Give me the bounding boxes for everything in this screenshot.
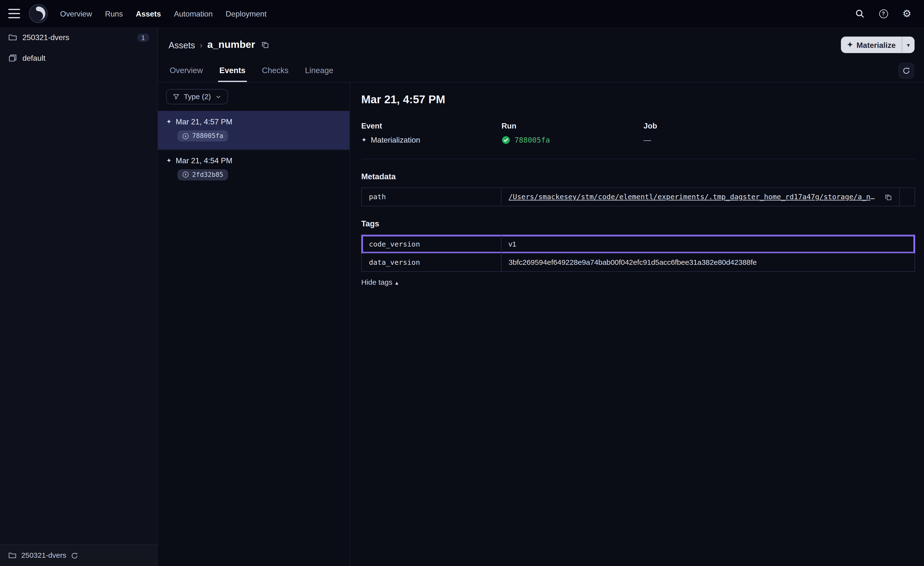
main-content: Assets › a_number ✦ Materialize ▾ <box>158 27 924 566</box>
sidebar-item-label: default <box>22 54 45 62</box>
copy-path-icon[interactable] <box>884 193 892 201</box>
metadata-heading: Metadata <box>361 172 915 181</box>
tags-heading: Tags <box>361 219 915 228</box>
tab-lineage[interactable]: Lineage <box>304 66 334 82</box>
materialize-dropdown-icon[interactable]: ▾ <box>902 36 915 53</box>
asset-tabs: Overview Events Checks Lineage <box>158 62 924 83</box>
job-label: Job <box>644 122 915 130</box>
nav-runs[interactable]: Runs <box>105 9 123 18</box>
event-timestamp-row: ✦ Mar 21, 4:57 PM <box>166 117 341 126</box>
asset-group-icon <box>8 54 17 62</box>
tag-value-text: v1 <box>508 240 516 248</box>
help-glyph: ? <box>879 9 888 18</box>
nav-automation[interactable]: Automation <box>174 9 213 18</box>
tag-value: 3bfc269594ef649228e9a74bab00f042efc91d5a… <box>502 254 915 271</box>
materialization-icon: ✦ <box>166 157 171 164</box>
materialize-sparkle-icon: ✦ <box>847 41 853 49</box>
folder-icon <box>8 551 16 560</box>
tab-events[interactable]: Events <box>218 66 247 82</box>
gear-icon[interactable]: ⚙ <box>900 7 914 20</box>
event-list-item[interactable]: ✦ Mar 21, 4:57 PM 788005fa <box>158 111 350 149</box>
run-status-icon <box>182 171 189 178</box>
dagster-logo-icon[interactable] <box>28 4 48 24</box>
sidebar-item-default-group[interactable]: default <box>0 48 158 69</box>
sidebar-item-label: 250321-dvers <box>22 33 69 42</box>
sidebar-spacer <box>0 69 158 544</box>
materialize-button-main: ✦ Materialize <box>841 36 902 53</box>
run-status-icon <box>182 132 189 139</box>
tag-key: data_version <box>362 254 501 271</box>
app-root: Overview Runs Assets Automation Deployme… <box>0 0 924 566</box>
run-value: 788005fa <box>502 135 644 144</box>
tag-key: code_version <box>362 235 501 253</box>
copy-asset-name-icon[interactable] <box>261 41 269 49</box>
nav-overview[interactable]: Overview <box>60 9 92 18</box>
breadcrumb-assets-link[interactable]: Assets <box>168 40 195 50</box>
breadcrumb: Assets › a_number <box>168 39 269 51</box>
filter-row: Type (2) <box>158 83 350 111</box>
nav-deployment[interactable]: Deployment <box>226 9 267 18</box>
nav-assets[interactable]: Assets <box>136 9 161 18</box>
caret-up-icon: ▴ <box>395 279 398 286</box>
hide-tags-link[interactable]: Hide tags ▴ <box>361 278 398 287</box>
sidebar: 250321-dvers 1 default 250321-dvers <box>0 27 158 566</box>
path-link[interactable]: /Users/smackesey/stm/code/elementl/exper… <box>508 193 879 201</box>
gear-glyph: ⚙ <box>902 9 911 18</box>
metadata-key: path <box>362 188 501 206</box>
sidebar-footer-code-location[interactable]: 250321-dvers <box>0 544 158 566</box>
tag-row-data-version: data_version 3bfc269594ef649228e9a74bab0… <box>362 253 915 271</box>
top-nav: Overview Runs Assets Automation Deployme… <box>0 0 924 27</box>
materialization-icon: ✦ <box>166 119 171 125</box>
event-label: Event <box>361 122 502 130</box>
type-filter-button[interactable]: Type (2) <box>166 89 228 104</box>
folder-icon <box>8 33 17 42</box>
run-id-text: 788005fa <box>192 132 224 140</box>
materialize-button-label: Materialize <box>856 40 896 49</box>
event-type-text: Materialization <box>371 135 420 144</box>
metadata-table: path /Users/smackesey/stm/code/elementl/… <box>361 188 915 206</box>
page-header: Assets › a_number ✦ Materialize ▾ <box>158 27 924 53</box>
count-badge: 1 <box>137 33 149 42</box>
tab-overview[interactable]: Overview <box>168 66 204 82</box>
success-check-icon <box>502 135 510 144</box>
materialization-icon: ✦ <box>361 137 367 143</box>
materialize-button[interactable]: ✦ Materialize ▾ <box>841 36 915 53</box>
hide-tags-label: Hide tags <box>361 278 392 287</box>
filter-icon <box>172 93 180 100</box>
chevron-down-icon <box>215 93 222 100</box>
sidebar-footer-label: 250321-dvers <box>21 551 66 560</box>
metadata-value: /Users/smackesey/stm/code/elementl/exper… <box>502 188 899 206</box>
main-nav: Overview Runs Assets Automation Deployme… <box>60 9 267 18</box>
event-run-row: 2fd32b85 <box>177 169 341 180</box>
run-id-text: 2fd32b85 <box>192 171 224 179</box>
job-column: Job — <box>644 122 915 145</box>
event-info-grid: Event ✦ Materialization Run 788005fa <box>361 122 915 145</box>
event-timestamp: Mar 21, 4:54 PM <box>176 156 232 165</box>
event-value: ✦ Materialization <box>361 135 502 144</box>
menu-icon[interactable] <box>8 9 20 18</box>
tag-row-code-version: code_version v1 <box>362 235 915 253</box>
events-list-panel: Type (2) ✦ Mar 21, 4:57 PM <box>158 83 350 566</box>
event-detail-panel: Mar 21, 4:57 PM Event ✦ Materialization … <box>350 83 924 566</box>
tags-table: code_version v1 data_version 3bfc269594e… <box>361 235 915 272</box>
page-title: a_number <box>207 39 255 51</box>
run-id-link[interactable]: 788005fa <box>514 135 550 144</box>
job-value: — <box>644 135 651 144</box>
type-filter-label: Type (2) <box>184 93 211 101</box>
tab-checks[interactable]: Checks <box>261 66 290 82</box>
metadata-row: path /Users/smackesey/stm/code/elementl/… <box>362 188 915 206</box>
event-column: Event ✦ Materialization <box>361 122 502 145</box>
event-timestamp-row: ✦ Mar 21, 4:54 PM <box>166 156 341 165</box>
reload-icon[interactable] <box>71 552 79 560</box>
run-id-pill: 788005fa <box>177 130 228 142</box>
sidebar-item-code-location[interactable]: 250321-dvers 1 <box>0 27 158 48</box>
help-icon[interactable]: ? <box>877 7 890 20</box>
tag-value-text: 3bfc269594ef649228e9a74bab00f042efc91d5a… <box>508 258 757 266</box>
refresh-icon[interactable] <box>898 62 915 79</box>
event-list-item[interactable]: ✦ Mar 21, 4:54 PM 2fd32b85 <box>158 149 350 188</box>
run-column: Run 788005fa <box>502 122 644 145</box>
event-timestamp: Mar 21, 4:57 PM <box>176 117 232 126</box>
event-run-row: 788005fa <box>177 130 341 142</box>
event-detail-title: Mar 21, 4:57 PM <box>361 93 915 106</box>
search-icon[interactable] <box>854 7 866 20</box>
